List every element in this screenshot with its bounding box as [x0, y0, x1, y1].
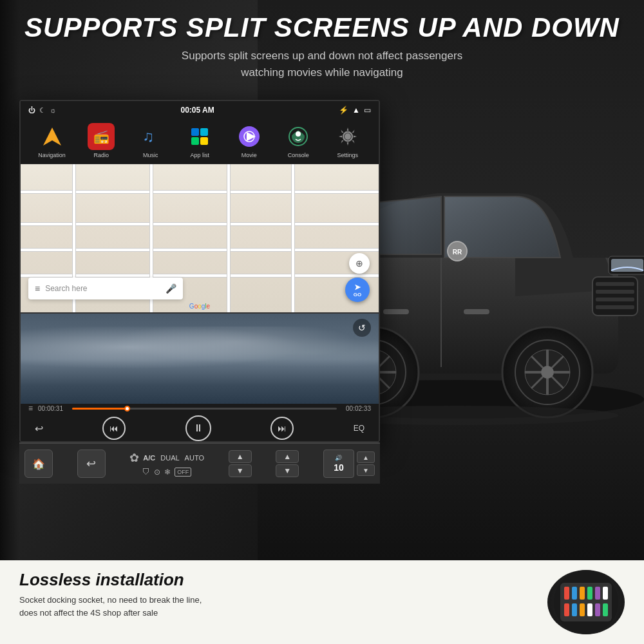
app-settings[interactable]: Settings: [334, 123, 361, 158]
connector-svg: [547, 570, 625, 634]
airflow-icon: ⊙: [154, 468, 160, 477]
app-navigation[interactable]: Navigation: [38, 123, 66, 158]
svg-point-43: [247, 135, 251, 138]
svg-rect-37: [200, 128, 208, 136]
video-clouds: [21, 327, 379, 378]
home-icon: 🏠: [32, 458, 45, 470]
svg-text:RR: RR: [453, 249, 462, 256]
main-container: RR SUPPORTS SPLIT SCREENS UP AND DOWN Su…: [0, 0, 644, 644]
main-title: SUPPORTS SPLIT SCREENS UP AND DOWN: [19, 13, 625, 43]
temp-down-left[interactable]: ▼: [229, 464, 252, 477]
home-button[interactable]: 🏠: [24, 450, 53, 478]
svg-rect-53: [587, 587, 592, 600]
svg-point-30: [541, 366, 554, 379]
lossless-desc: Socket docking socket, no need to break …: [19, 594, 535, 619]
svg-point-47: [345, 133, 351, 140]
svg-rect-38: [191, 137, 199, 145]
svg-point-45: [296, 131, 301, 137]
ac-symbol: ❄: [164, 468, 171, 477]
search-placeholder[interactable]: Search here: [45, 284, 160, 293]
map-road-v3: [227, 164, 231, 312]
brightness-icon: ☼: [50, 106, 56, 114]
movie-icon: [236, 123, 263, 150]
controls-row: ↩ ⏮ ⏸ ⏭ EQ: [28, 415, 371, 441]
connector-image: [547, 570, 625, 634]
console-icon: [285, 123, 312, 150]
go-button[interactable]: ➤ GO: [345, 278, 370, 302]
usb-icon: ⚡: [339, 106, 348, 115]
replay-button[interactable]: ↺: [353, 319, 371, 337]
music-label: Music: [143, 152, 158, 158]
svg-rect-12: [611, 259, 643, 272]
svg-rect-7: [596, 282, 634, 286]
equalizer-button[interactable]: EQ: [354, 424, 365, 433]
climate-labels: A/C DUAL AUTO: [143, 454, 204, 462]
dual-label: DUAL: [160, 454, 179, 462]
device-area: ⏻ ☾ ☼ 00:05 AM ⚡ ▲ ▭: [19, 100, 380, 484]
app-movie[interactable]: Movie: [236, 123, 263, 158]
search-bar[interactable]: ≡ Search here 🎤: [28, 278, 183, 299]
console-label: Console: [288, 152, 309, 158]
status-bar: ⏻ ☾ ☼ 00:05 AM ⚡ ▲ ▭: [21, 101, 379, 119]
temp-down-right[interactable]: ▼: [276, 464, 299, 477]
map-screen: ≡ Search here 🎤 ⊕ ➤ GO: [21, 164, 379, 312]
app-music[interactable]: ♫ Music: [137, 123, 164, 158]
menu-icon[interactable]: ≡: [35, 283, 40, 294]
time-total: 00:02:33: [342, 405, 371, 412]
moon-icon: ☾: [39, 106, 46, 115]
temp-control-left: ▲ ▼: [229, 450, 252, 477]
svg-rect-50: [564, 587, 569, 600]
temp-up-left[interactable]: ▲: [229, 450, 252, 463]
temp-control-right: ▲ ▼: [276, 450, 299, 477]
app-icons-row: Navigation 📻 Radio ♫: [21, 119, 379, 164]
google-watermark: Google: [189, 303, 210, 310]
svg-rect-61: [603, 603, 608, 616]
app-radio[interactable]: 📻 Radio: [88, 123, 115, 158]
play-pause-button[interactable]: ⏸: [185, 415, 211, 441]
svg-rect-59: [587, 603, 592, 616]
radio-label: Radio: [93, 152, 109, 158]
location-button[interactable]: ⊕: [349, 253, 370, 274]
time-current: 00:00:31: [38, 405, 67, 412]
lossless-title: Lossless installation: [19, 570, 535, 590]
microphone-icon[interactable]: 🎤: [166, 283, 176, 294]
climate-icons-row: ⛉ ⊙ ❄ OFF: [142, 468, 191, 477]
volume-down-button[interactable]: ▼: [357, 464, 375, 476]
back-button[interactable]: ↩: [77, 450, 106, 478]
music-icon: ♫: [137, 123, 164, 150]
radio-icon: 📻: [88, 123, 115, 150]
volume-section: 🔊 10 ▲ ▼: [323, 450, 375, 478]
volume-display: 🔊 10: [323, 450, 354, 478]
app-applist[interactable]: App list: [186, 123, 213, 158]
svg-rect-8: [596, 290, 634, 294]
svg-rect-52: [580, 587, 585, 600]
applist-icon: [186, 123, 213, 150]
svg-rect-56: [564, 603, 569, 616]
volume-up-button[interactable]: ▲: [357, 451, 375, 463]
video-background: ↺: [21, 314, 379, 404]
previous-button[interactable]: ⏮: [102, 417, 126, 440]
volume-number: 10: [334, 462, 344, 473]
svg-text:♫: ♫: [142, 128, 154, 145]
bottom-section: Lossless installation Socket docking soc…: [0, 560, 644, 644]
video-screen: ↺ ≡ 00:00:31 00:02:33: [21, 312, 379, 441]
svg-rect-5: [464, 309, 489, 314]
power-icon: ⏻: [28, 106, 35, 114]
app-console[interactable]: Console: [285, 123, 312, 158]
progress-fill: [72, 408, 130, 410]
fan-icon: ✿: [129, 451, 139, 465]
svg-rect-51: [572, 587, 577, 600]
map-road-v4: [291, 164, 295, 312]
svg-rect-57: [572, 603, 577, 616]
screen-icon: ▭: [364, 106, 371, 115]
svg-rect-36: [191, 128, 199, 136]
next-button[interactable]: ⏭: [270, 417, 294, 440]
go-arrow-icon: ➤: [354, 283, 361, 292]
share-button[interactable]: ↩: [35, 422, 43, 435]
status-right-icons: ⚡ ▲ ▭: [339, 106, 371, 115]
temp-up-right[interactable]: ▲: [276, 450, 299, 463]
navigation-label: Navigation: [38, 152, 66, 158]
progress-bar[interactable]: [72, 408, 337, 410]
header-area: SUPPORTS SPLIT SCREENS UP AND DOWN Suppo…: [0, 0, 644, 87]
playlist-icon[interactable]: ≡: [28, 404, 33, 413]
